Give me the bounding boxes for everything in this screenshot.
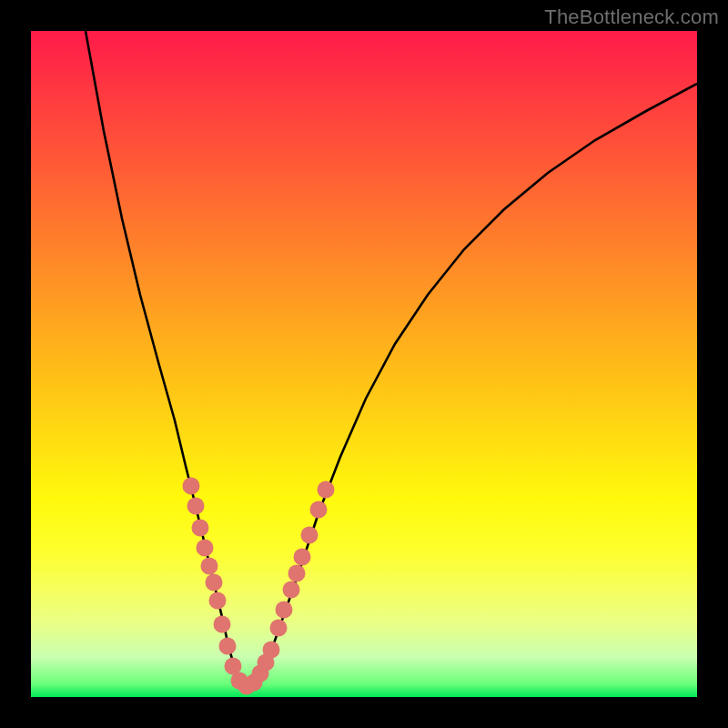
- bottleneck-curve: [86, 31, 697, 686]
- plot-area: [31, 31, 697, 697]
- curve-marker: [219, 638, 237, 655]
- curve-marker: [270, 620, 288, 637]
- curve-marker: [183, 478, 200, 495]
- chart-frame: TheBottleneck.com: [0, 0, 728, 728]
- watermark-text: TheBottleneck.com: [544, 5, 719, 29]
- curve-marker: [214, 616, 231, 633]
- curve-marker: [288, 565, 306, 582]
- curve-marker: [276, 602, 293, 619]
- curve-marker: [301, 527, 318, 544]
- curve-marker: [283, 581, 300, 599]
- curve-svg: [31, 31, 697, 697]
- curve-marker: [201, 558, 218, 575]
- curve-marker: [206, 574, 223, 592]
- curve-marker: [294, 549, 311, 566]
- curve-marker: [263, 642, 280, 659]
- curve-marker: [209, 592, 227, 610]
- curve-marker: [318, 481, 335, 499]
- curve-marker: [187, 498, 205, 515]
- curve-marker: [197, 540, 214, 557]
- curve-markers: [183, 478, 335, 695]
- curve-marker: [310, 501, 328, 519]
- curve-marker: [192, 520, 209, 537]
